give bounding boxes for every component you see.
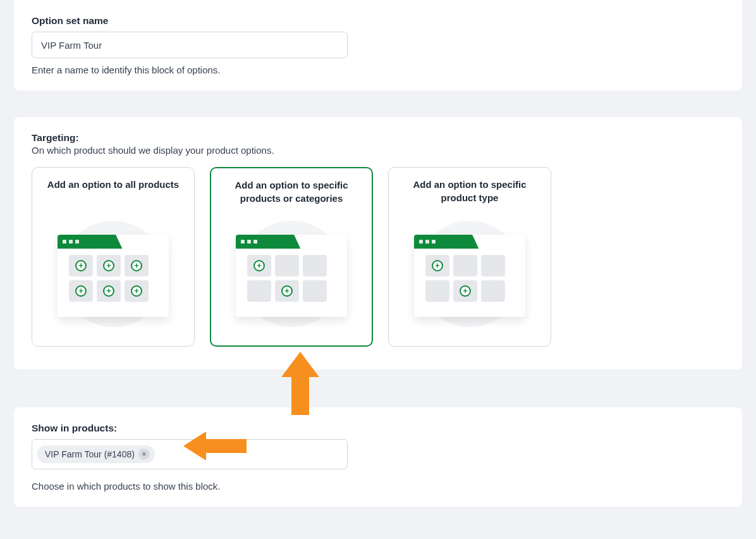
- annotation-arrow-left-icon: [183, 431, 247, 461]
- targeting-panel: Targeting: On which product should we di…: [14, 117, 742, 369]
- option-set-name-help: Enter a name to identify this block of o…: [32, 65, 724, 75]
- grid-tile: [247, 280, 271, 302]
- targeting-subtitle: On which product should we display your …: [32, 145, 724, 156]
- grid-tile: [453, 280, 477, 302]
- plus-icon: [103, 260, 114, 271]
- show-in-products-help: Choose in which products to show this bl…: [32, 481, 724, 492]
- targeting-card-title: Add an option to specific product type: [396, 178, 543, 206]
- plus-icon: [281, 285, 293, 297]
- grid-tile: [425, 255, 449, 276]
- option-set-name-label: Option set name: [32, 15, 724, 27]
- plus-icon: [131, 285, 142, 297]
- grid-tile: [69, 280, 93, 302]
- targeting-card-illustration: [219, 210, 364, 338]
- grid-tile: [125, 280, 149, 302]
- option-set-name-input[interactable]: [32, 32, 348, 58]
- plus-icon: [131, 260, 142, 271]
- targeting-title: Targeting:: [32, 132, 724, 144]
- grid-tile: [275, 280, 299, 302]
- targeting-card-title: Add an option to all products: [42, 178, 184, 206]
- grid-tile: [303, 255, 327, 276]
- grid-tile: [453, 255, 477, 276]
- grid-tile: [303, 280, 327, 302]
- svg-marker-0: [281, 352, 319, 415]
- grid-tile: [481, 255, 505, 276]
- targeting-card-illustration: [396, 209, 543, 338]
- targeting-card-2[interactable]: Add an option to specific product type: [388, 167, 551, 347]
- plus-icon: [253, 260, 265, 271]
- targeting-cards: Add an option to all productsAdd an opti…: [32, 167, 724, 347]
- grid-tile: [97, 280, 121, 302]
- svg-marker-1: [183, 431, 247, 461]
- plus-icon: [75, 260, 87, 271]
- grid-tile: [125, 255, 149, 276]
- targeting-card-title: Add an option to specific products or ca…: [219, 178, 364, 206]
- targeting-card-1[interactable]: Add an option to specific products or ca…: [210, 167, 373, 347]
- targeting-card-0[interactable]: Add an option to all products: [32, 167, 195, 347]
- plus-icon: [103, 285, 114, 297]
- products-panel: Show in products: VIP Farm Tour (#1408)×…: [14, 407, 742, 507]
- product-chip: VIP Farm Tour (#1408)×: [37, 445, 155, 463]
- grid-tile: [69, 255, 93, 276]
- grid-tile: [481, 280, 505, 302]
- plus-icon: [460, 285, 471, 297]
- plus-icon: [75, 285, 87, 297]
- grid-tile: [97, 255, 121, 276]
- grid-tile: [275, 255, 299, 276]
- targeting-card-illustration: [40, 209, 186, 338]
- chip-remove-icon[interactable]: ×: [138, 449, 150, 460]
- annotation-arrow-down-icon: [281, 352, 319, 415]
- show-in-products-label: Show in products:: [32, 423, 724, 434]
- grid-tile: [247, 255, 271, 276]
- product-chip-label: VIP Farm Tour (#1408): [45, 449, 135, 459]
- grid-tile: [425, 280, 449, 302]
- option-set-panel: Option set name Enter a name to identify…: [14, 0, 742, 90]
- plus-icon: [432, 260, 443, 271]
